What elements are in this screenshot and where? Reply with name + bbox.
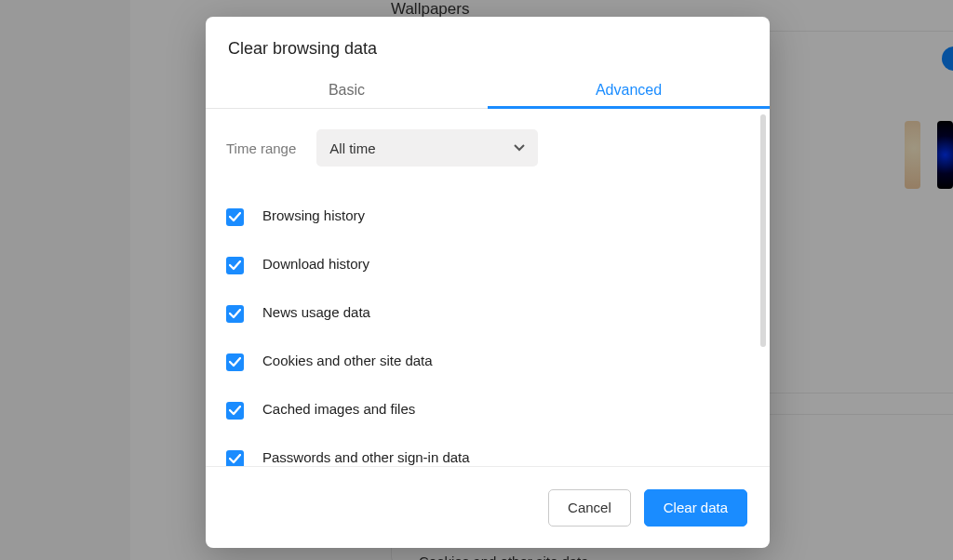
option-label: Passwords and other sign-in data xyxy=(262,449,470,465)
tab-advanced[interactable]: Advanced xyxy=(488,72,770,108)
scrollbar[interactable] xyxy=(760,114,766,347)
dialog-footer: Cancel Clear data xyxy=(206,466,770,548)
option-row-passwords[interactable]: Passwords and other sign-in data xyxy=(226,434,744,466)
clear-browsing-data-dialog: Clear browsing data Basic Advanced Time … xyxy=(206,17,770,548)
dialog-scroll-area[interactable]: Time range All time Browsing history xyxy=(206,109,770,466)
tab-basic[interactable]: Basic xyxy=(206,72,488,108)
time-range-value: All time xyxy=(329,140,375,156)
cancel-button[interactable]: Cancel xyxy=(548,489,631,527)
time-range-select[interactable]: All time xyxy=(316,129,538,167)
checkbox[interactable] xyxy=(226,305,244,323)
clear-data-button[interactable]: Clear data xyxy=(644,489,747,527)
option-label: Cached images and files xyxy=(262,401,415,417)
checkbox[interactable] xyxy=(226,353,244,371)
clear-data-button-label: Clear data xyxy=(664,500,728,515)
option-row-cached-images[interactable]: Cached images and files xyxy=(226,386,744,434)
option-row-cookies[interactable]: Cookies and other site data xyxy=(226,338,744,386)
dialog-tabs: Basic Advanced xyxy=(206,72,770,109)
tab-basic-label: Basic xyxy=(329,82,365,99)
time-range-label: Time range xyxy=(226,140,296,156)
option-row-download-history[interactable]: Download history xyxy=(226,241,744,289)
option-label: News usage data xyxy=(262,304,370,320)
checkbox[interactable] xyxy=(226,208,244,226)
checkbox[interactable] xyxy=(226,450,244,466)
cancel-button-label: Cancel xyxy=(568,500,611,515)
dialog-body: Time range All time Browsing history xyxy=(206,109,770,466)
dialog-title: Clear browsing data xyxy=(206,17,770,72)
time-range-row: Time range All time xyxy=(226,129,744,167)
option-row-browsing-history[interactable]: Browsing history xyxy=(226,193,744,241)
chevron-down-icon xyxy=(514,144,525,152)
checkbox[interactable] xyxy=(226,257,244,274)
option-label: Download history xyxy=(262,256,369,272)
tab-advanced-label: Advanced xyxy=(596,82,662,99)
option-row-news-usage-data[interactable]: News usage data xyxy=(226,289,744,338)
option-label: Cookies and other site data xyxy=(262,353,433,368)
checkbox[interactable] xyxy=(226,402,244,420)
option-label: Browsing history xyxy=(262,207,365,223)
